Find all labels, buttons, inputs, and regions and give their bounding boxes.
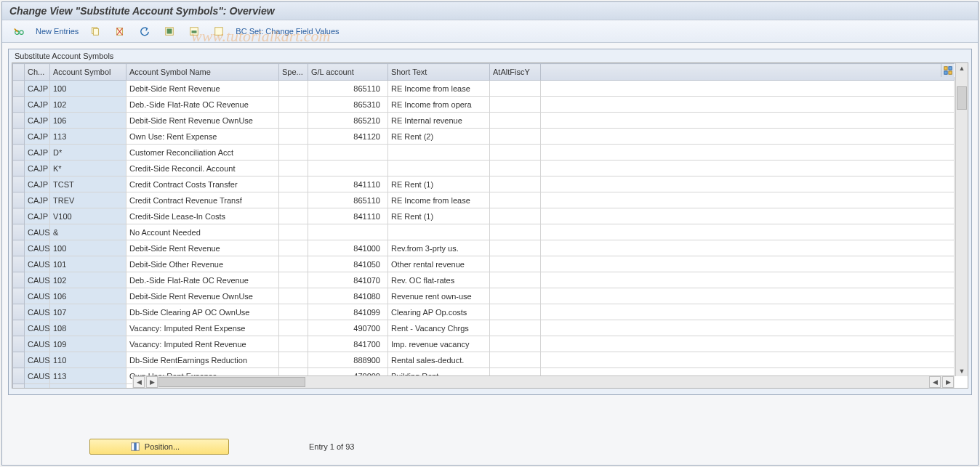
cell-ch[interactable]: CAUS xyxy=(25,336,50,352)
cell-short-text[interactable]: Clearing AP Op.costs xyxy=(388,304,490,320)
cell-account-symbol-name[interactable]: Debit-Side Rent Revenue OwnUse xyxy=(126,113,279,129)
cell-account-symbol[interactable]: TCST xyxy=(50,176,126,192)
row-selector[interactable] xyxy=(13,97,25,113)
cell-gl-account[interactable] xyxy=(308,161,388,176)
cell-account-symbol-name[interactable]: Credit Contract Costs Transfer xyxy=(126,176,279,192)
cell-ch[interactable]: CAUS xyxy=(25,288,50,304)
cell-ch[interactable]: CAUS xyxy=(25,256,50,272)
cell-spe[interactable] xyxy=(279,288,308,304)
row-selector[interactable] xyxy=(13,176,25,192)
row-selector[interactable] xyxy=(13,224,25,240)
cell-account-symbol[interactable]: TREV xyxy=(50,192,126,208)
cell-ch[interactable]: CAUS xyxy=(25,384,50,389)
cell-account-symbol[interactable]: 109 xyxy=(50,336,126,352)
bcset-change-field-values-button[interactable]: BC Set: Change Field Values xyxy=(236,27,339,36)
table-row[interactable]: CAUS110Db-Side RentEarnings Reduction888… xyxy=(13,352,955,368)
new-entries-button[interactable]: New Entries xyxy=(36,27,79,36)
table-row[interactable]: CAUS109Vacancy: Imputed Rent Revenue8417… xyxy=(13,336,955,352)
cell-ch[interactable]: CAJP xyxy=(25,192,50,208)
cell-spe[interactable] xyxy=(279,176,308,192)
cell-at-alt-fiscy[interactable] xyxy=(490,256,541,272)
cell-short-text[interactable] xyxy=(388,145,490,161)
table-row[interactable]: CAJPD*Customer Reconciliation Acct xyxy=(13,145,955,161)
cell-ch[interactable]: CAUS xyxy=(25,368,50,384)
cell-ch[interactable]: CAUS xyxy=(25,240,50,256)
cell-at-alt-fiscy[interactable] xyxy=(490,352,541,368)
vertical-scrollbar[interactable]: ▲ ▼ xyxy=(955,63,968,376)
cell-gl-account[interactable]: 865210 xyxy=(308,113,388,129)
cell-ch[interactable]: CAJP xyxy=(25,113,50,129)
cell-account-symbol[interactable]: 101 xyxy=(50,256,126,272)
cell-at-alt-fiscy[interactable] xyxy=(490,288,541,304)
cell-account-symbol-name[interactable]: Debit-Side Other Revenue xyxy=(126,256,279,272)
cell-ch[interactable]: CAJP xyxy=(25,97,50,113)
cell-account-symbol-name[interactable]: Vacancy: Imputed Rent Revenue xyxy=(126,336,279,352)
cell-gl-account[interactable]: 841110 xyxy=(308,176,388,192)
cell-gl-account[interactable]: 841110 xyxy=(308,208,388,224)
col-account-symbol-name[interactable]: Account Symbol Name xyxy=(126,64,279,81)
cell-gl-account[interactable]: 841000 xyxy=(308,240,388,256)
delete-button[interactable] xyxy=(109,23,131,39)
table-row[interactable]: CAUS102Deb.-Side Flat-Rate OC Revenue841… xyxy=(13,272,955,288)
cell-account-symbol-name[interactable]: Db-Side Clearing AP OC OwnUse xyxy=(126,304,279,320)
cell-spe[interactable] xyxy=(279,320,308,336)
cell-at-alt-fiscy[interactable] xyxy=(490,304,541,320)
cell-account-symbol[interactable]: 100 xyxy=(50,81,126,97)
cell-account-symbol[interactable]: 204 xyxy=(50,384,126,389)
cell-short-text[interactable]: RE Income from opera xyxy=(388,97,490,113)
cell-account-symbol-name[interactable]: Credit-Side Reconcil. Account xyxy=(126,161,279,176)
cell-spe[interactable] xyxy=(279,129,308,145)
cell-account-symbol[interactable]: 113 xyxy=(50,368,126,384)
cell-short-text[interactable]: Rev. OC flat-rates xyxy=(388,272,490,288)
table-row[interactable]: CAJP102Deb.-Side Flat-Rate OC Revenue865… xyxy=(13,97,955,113)
cell-gl-account[interactable]: 865310 xyxy=(308,97,388,113)
col-at-alt-fiscy[interactable]: AtAltFiscY xyxy=(490,64,541,81)
table-settings-button[interactable] xyxy=(941,64,955,77)
cell-spe[interactable] xyxy=(279,145,308,161)
cell-ch[interactable]: CAJP xyxy=(25,129,50,145)
cell-ch[interactable]: CAUS xyxy=(25,320,50,336)
cell-at-alt-fiscy[interactable] xyxy=(490,161,541,176)
cell-spe[interactable] xyxy=(279,224,308,240)
cell-ch[interactable]: CAJP xyxy=(25,81,50,97)
cell-account-symbol-name[interactable]: Deb.-Side Flat-Rate OC Revenue xyxy=(126,97,279,113)
cell-at-alt-fiscy[interactable] xyxy=(490,81,541,97)
cell-at-alt-fiscy[interactable] xyxy=(490,224,541,240)
cell-short-text[interactable]: Rev.from 3-prty us. xyxy=(388,240,490,256)
row-selector[interactable] xyxy=(13,288,25,304)
scroll-up-icon[interactable]: ▲ xyxy=(957,63,967,73)
row-selector[interactable] xyxy=(13,272,25,288)
table-row[interactable]: CAUS107Db-Side Clearing AP OC OwnUse8410… xyxy=(13,304,955,320)
row-selector[interactable] xyxy=(13,384,25,389)
cell-ch[interactable]: CAJP xyxy=(25,208,50,224)
select-block-button[interactable] xyxy=(183,23,205,39)
hscroll-thumb[interactable] xyxy=(158,377,305,387)
cell-spe[interactable] xyxy=(279,208,308,224)
cell-ch[interactable]: CAUS xyxy=(25,224,50,240)
row-selector[interactable] xyxy=(13,145,25,161)
cell-at-alt-fiscy[interactable] xyxy=(490,240,541,256)
cell-account-symbol-name[interactable]: No Account Needed xyxy=(126,224,279,240)
cell-gl-account[interactable]: 841050 xyxy=(308,256,388,272)
cell-gl-account[interactable]: 841080 xyxy=(308,288,388,304)
cell-spe[interactable] xyxy=(279,192,308,208)
cell-account-symbol-name[interactable]: Debit-Side Rent Revenue xyxy=(126,240,279,256)
col-short-text[interactable]: Short Text xyxy=(388,64,490,81)
cell-account-symbol-name[interactable]: Debit-Side Rent Revenue xyxy=(126,81,279,97)
cell-spe[interactable] xyxy=(279,240,308,256)
cell-gl-account[interactable]: 841120 xyxy=(308,129,388,145)
cell-gl-account[interactable]: 490700 xyxy=(308,320,388,336)
row-selector[interactable] xyxy=(13,320,25,336)
cell-ch[interactable]: CAJP xyxy=(25,145,50,161)
row-selector[interactable] xyxy=(13,256,25,272)
cell-at-alt-fiscy[interactable] xyxy=(490,129,541,145)
cell-account-symbol-name[interactable]: Debit-Side Rent Revenue OwnUse xyxy=(126,288,279,304)
toggle-display-change-button[interactable] xyxy=(8,23,30,39)
cell-short-text[interactable]: RE Rent (1) xyxy=(388,176,490,192)
cell-account-symbol[interactable]: 108 xyxy=(50,320,126,336)
cell-short-text[interactable]: Rent - Vacancy Chrgs xyxy=(388,320,490,336)
cell-short-text[interactable]: Other rental revenue xyxy=(388,256,490,272)
cell-at-alt-fiscy[interactable] xyxy=(490,208,541,224)
cell-gl-account[interactable]: 865110 xyxy=(308,81,388,97)
cell-account-symbol[interactable]: 106 xyxy=(50,288,126,304)
